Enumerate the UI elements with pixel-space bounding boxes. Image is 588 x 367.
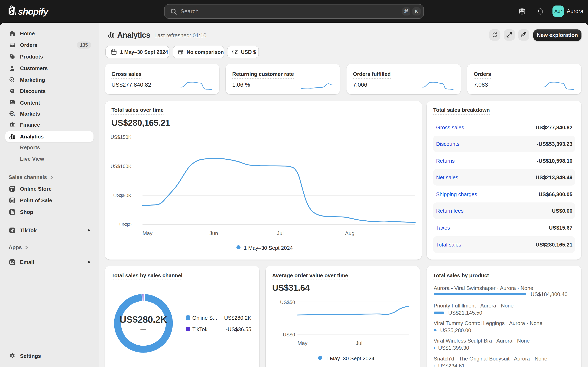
svg-text:$: $	[232, 50, 234, 54]
svg-text:$: $	[13, 113, 15, 117]
svg-text:shopify: shopify	[18, 6, 49, 17]
